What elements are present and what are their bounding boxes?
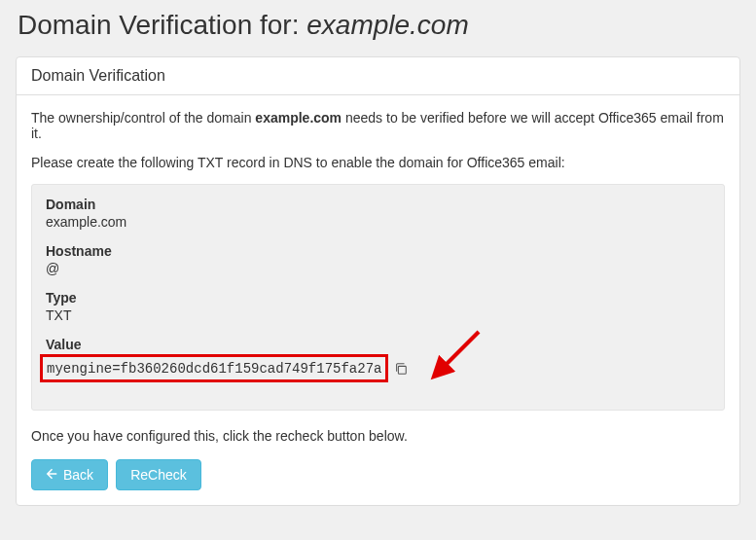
type-value: TXT <box>46 307 710 323</box>
field-value: Value myengine=fb360260dcd61f159cad749f1… <box>46 337 710 382</box>
copy-icon[interactable] <box>394 362 408 376</box>
hostname-value: @ <box>46 261 710 276</box>
intro-instructions: Please create the following TXT record i… <box>31 155 725 170</box>
type-label: Type <box>46 290 710 306</box>
page-title-domain: example.com <box>306 10 469 40</box>
intro-ownership: The ownership/control of the domain exam… <box>31 110 725 141</box>
back-button[interactable]: Back <box>31 459 108 490</box>
domain-value: example.com <box>46 214 710 230</box>
page-title: Domain Verification for: example.com <box>0 0 756 49</box>
value-row: myengine=fb360260dcd61f159cad749f175fa27… <box>46 354 710 382</box>
intro-prefix: The ownership/control of the domain <box>31 110 255 126</box>
hostname-label: Hostname <box>46 243 710 259</box>
recheck-button-label: ReCheck <box>130 467 187 483</box>
value-label: Value <box>46 337 710 352</box>
domain-label: Domain <box>46 197 710 212</box>
post-instruction: Once you have configured this, click the… <box>31 428 725 444</box>
intro-domain: example.com <box>255 110 342 126</box>
highlight-annotation: myengine=fb360260dcd61f159cad749f175fa27… <box>40 354 388 382</box>
field-domain: Domain example.com <box>46 197 710 230</box>
field-type: Type TXT <box>46 290 710 323</box>
recheck-button[interactable]: ReCheck <box>116 459 201 490</box>
page-title-prefix: Domain Verification for: <box>18 10 306 40</box>
back-button-label: Back <box>63 467 93 483</box>
arrow-left-icon <box>46 467 57 483</box>
verification-panel: Domain Verification The ownership/contro… <box>16 56 740 506</box>
button-row: Back ReCheck <box>31 459 725 490</box>
field-hostname: Hostname @ <box>46 243 710 276</box>
txt-record-value: myengine=fb360260dcd61f159cad749f175fa27… <box>47 361 381 377</box>
panel-heading: Domain Verification <box>17 57 739 95</box>
svg-rect-0 <box>399 366 407 374</box>
dns-record-box: Domain example.com Hostname @ Type TXT V… <box>31 184 725 411</box>
panel-body: The ownership/control of the domain exam… <box>17 95 739 505</box>
